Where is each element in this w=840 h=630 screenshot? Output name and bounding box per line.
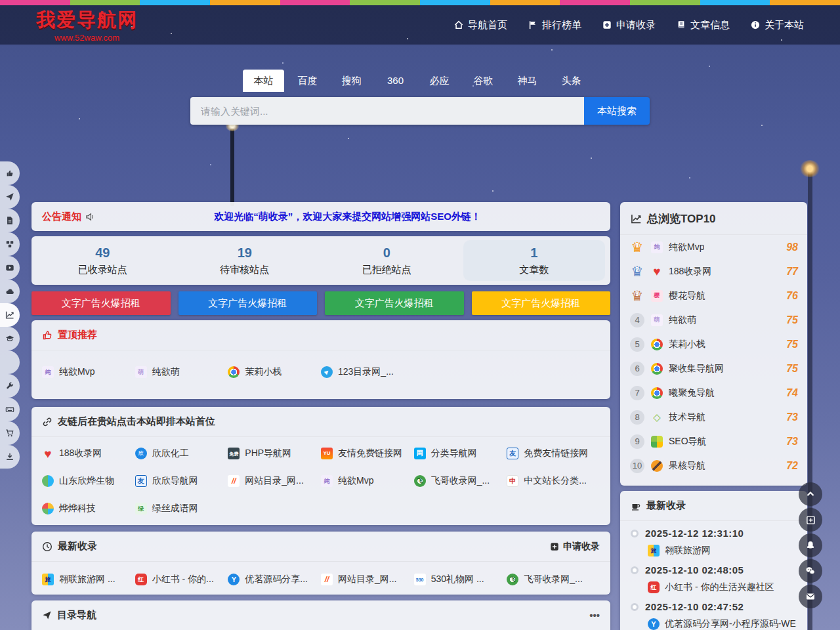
flag-icon [528,20,537,30]
wechat-contact-button[interactable] [799,559,822,583]
top-strip [0,0,840,5]
friend-link[interactable]: 烨烨科技 [42,503,135,514]
nav-item-articles[interactable]: 文章信息 [677,19,730,32]
dock-paper-plane[interactable] [0,185,20,209]
timeline-site[interactable]: 红 小红书 - 你的生活兴趣社区 [648,581,797,593]
site-name: 188收录网 [669,266,711,278]
top10-row[interactable]: 4 萌 纯欲萌 75 [620,308,807,332]
latest-timeline-panel: 最新收录 2025-12-12 12:31:10 旅 翱联旅游网 2025-12… [620,491,807,630]
nav-item-apply[interactable]: 申请收录 [602,19,656,32]
friend-link[interactable]: 网分类导航网 [414,448,507,459]
friend-link[interactable]: //网站目录_网... [228,475,321,487]
mail-contact-button[interactable] [799,585,822,608]
dock-download[interactable] [0,445,20,469]
dock-wrench[interactable] [0,374,20,398]
ad-banner-red[interactable]: 文字广告火爆招租 [32,291,171,315]
top10-row[interactable]: ♛2 ♥ 188收录网 77 [620,259,807,284]
dock-chart[interactable] [0,303,20,327]
latest-site[interactable]: 红小红书 - 你的... [135,574,228,585]
top10-row[interactable]: 8 ◇ 技术导航 73 [620,405,807,429]
nav-item-about[interactable]: 关于本站 [751,19,804,32]
latest-site[interactable]: 530530礼物网 ... [414,574,507,585]
dock-keyboard[interactable] [0,398,20,421]
tab-this-site[interactable]: 本站 [243,70,284,92]
friend-link[interactable]: 友欣欣导航网 [135,475,228,487]
top10-row[interactable]: 5 茉莉小栈 75 [620,332,807,356]
announcement-text[interactable]: 欢迎光临“萌收录”，欢迎大家来提交网站增强网站SEO外链！ [95,211,600,223]
top10-row[interactable]: ♛1 纯 纯欲Mvp 98 [620,235,807,259]
ad-banner-yellow[interactable]: 文字广告火爆招租 [472,291,611,315]
site-favicon: 纯 [651,242,663,253]
latest-site[interactable]: 飞飞哥收录网_... [507,574,600,585]
tab-360[interactable]: 360 [375,70,416,92]
rank-badge-number: 6 [629,362,645,376]
site-logo[interactable]: 我爱导航网 www.52waw.com [36,7,138,43]
nav-item-home[interactable]: 导航首页 [454,19,507,32]
more-options-icon[interactable]: ••• [589,610,600,621]
friend-link[interactable]: ♥188收录网 [42,448,135,459]
qq-icon [805,540,816,551]
friend-link[interactable]: 友免费友情链接网 [507,448,600,459]
dock-thumbs-up[interactable] [0,161,20,185]
dock-video[interactable] [0,256,20,280]
strip-block [350,0,420,5]
nav-item-ranking[interactable]: 排行榜单 [528,19,581,32]
plus-square-icon [550,542,559,551]
directory-section: 目录导航 ••• [32,600,610,630]
timeline-site[interactable]: 旅 翱联旅游网 [648,545,797,556]
friend-link[interactable]: 纯纯欲Mvp [321,475,414,487]
pinned-site[interactable]: 纯纯欲Mvp [42,366,135,378]
pinned-site[interactable]: 茉莉小栈 [228,366,321,378]
tab-shenma[interactable]: 神马 [507,70,548,92]
site-name: 小红书 - 你的... [152,574,214,585]
dock-graduation-cap[interactable] [0,327,20,350]
friend-link[interactable]: 绿绿丝成语网 [135,503,228,514]
submit-site-button[interactable] [799,508,822,532]
top10-row[interactable]: ♛3 樱 樱花导航 76 [620,284,807,308]
top10-row[interactable]: 10 果核导航 72 [620,453,807,478]
dock-cart[interactable] [0,421,20,445]
friend-link[interactable]: 免费PHP导航网 [228,448,321,459]
site-favicon: 红 [135,574,147,585]
site-name: 翱联旅游网 ... [59,574,116,585]
friend-link[interactable]: 飞飞哥收录网_... [414,475,507,487]
view-count: 75 [786,339,798,350]
latest-site[interactable]: 旅翱联旅游网 ... [42,574,135,585]
dock-cloud[interactable] [0,280,20,303]
timeline-site[interactable]: Y 优茗源码分享网-小程序源码-WE... [648,618,797,630]
friend-link[interactable]: 欣欣欣化工 [135,448,228,459]
friend-link[interactable]: YU友情免费链接网 [321,448,414,459]
dock-cubes[interactable] [0,232,20,256]
tab-baidu[interactable]: 百度 [287,70,328,92]
site-name: 翱联旅游网 [665,545,711,556]
dock-blank[interactable] [0,350,20,374]
top10-row[interactable]: 7 曦聚兔导航 74 [620,381,807,405]
search-button[interactable]: 本站搜索 [584,97,650,125]
latest-site[interactable]: //网站目录_网... [321,574,414,585]
ad-banner-green[interactable]: 文字广告火爆招租 [325,291,464,315]
site-name: 优茗源码分享网-小程序源码-WE... [665,618,797,630]
dock-document[interactable] [0,209,20,232]
site-title: 我爱导航网 [36,7,138,33]
latest-site[interactable]: Y优茗源码分享... [228,574,321,585]
plus-square-icon [806,515,816,525]
tab-toutiao[interactable]: 头条 [551,70,592,92]
site-name: 茉莉小栈 [245,366,282,378]
tab-bing[interactable]: 必应 [419,70,460,92]
back-to-top-button[interactable] [799,482,822,506]
pinned-site[interactable]: 萌纯欲萌 [135,366,228,378]
friend-link[interactable]: 山东欣烨生物 [42,475,135,487]
site-favicon: Y [648,618,660,630]
pinned-section: 置顶推荐 纯纯欲Mvp 萌纯欲萌 茉莉小栈 ▶123目录网_... [32,320,610,399]
pinned-site[interactable]: ▶123目录网_... [321,366,414,378]
qq-contact-button[interactable] [799,534,822,557]
apply-inclusion-link[interactable]: 申请收录 [550,541,600,553]
tab-sogou[interactable]: 搜狗 [331,70,372,92]
site-favicon: 友 [507,448,518,459]
top10-row[interactable]: 6 聚收集导航网 75 [620,356,807,381]
friend-link[interactable]: 中中文站长分类... [507,475,600,487]
tab-google[interactable]: 谷歌 [463,70,504,92]
top10-row[interactable]: 9 SEO导航 73 [620,429,807,453]
search-input[interactable] [190,97,584,125]
ad-banner-blue[interactable]: 文字广告火爆招租 [178,291,318,315]
